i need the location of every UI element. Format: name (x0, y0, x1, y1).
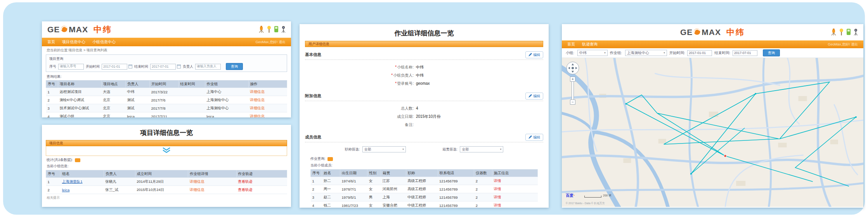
field-label-end: 结束时间 (134, 64, 148, 69)
welcome-text[interactable]: GeoMax,您好! 退出 (828, 42, 858, 47)
start-date-input[interactable] (102, 64, 127, 70)
team-detail-window: 作业组详细信息一览 用户详细信息 基本信息 编辑 *小组名称:中纬 *小组负责人… (300, 24, 549, 208)
basic-info-section: 基本信息 编辑 *小组名称:中纬 *小组负责人:中纬 *登录账号:geomax (300, 50, 549, 88)
logo-text-cn: 中纬 (726, 27, 745, 38)
leader-input[interactable] (195, 64, 221, 70)
map-toolbar: 小组: 中纬▾ 作业组: 上海测绘中心▾ 开始时间: 结束时间: 查询 (562, 48, 863, 58)
detail-link[interactable]: 详细信息 (188, 186, 236, 194)
col-header: 负责人 (125, 80, 149, 88)
workgroup-select[interactable]: 上海测绘中心▾ (625, 50, 667, 56)
query-button[interactable]: 查询 (763, 49, 780, 56)
cell: 张三_试 (104, 186, 135, 194)
detail-link[interactable]: 详细信息 (248, 96, 287, 104)
extra-info-section: 附加信息 编辑 总人数:4 成立日期:2015年10月份 备注: (300, 91, 549, 129)
member-search-button[interactable] (327, 157, 333, 161)
edit-button[interactable]: 编辑 (525, 134, 543, 141)
cell: 3 (46, 104, 58, 112)
zoom-slider[interactable] (572, 82, 574, 100)
cell: 121456789 (438, 185, 474, 193)
cell: 中级工程师 (406, 193, 438, 201)
cell: 测绘K中心调试 (58, 96, 102, 104)
member-detail-link[interactable]: 详情 (492, 177, 537, 185)
cell: 女 (367, 201, 381, 208)
table-row: 1 远程测试项目 大连 中纬 2017/3/22 上海中心 详细信息 (46, 88, 287, 96)
zoom-in-button[interactable]: + (570, 77, 575, 82)
project-detail-window: 项目详细信息一览 项目信息 统计(共2条数据): 当前小组信息: 序号 组名 负… (42, 125, 291, 207)
edit-button[interactable]: 编辑 (525, 51, 543, 58)
refresh-badge-button[interactable] (75, 158, 80, 162)
end-date-input[interactable] (150, 64, 176, 70)
cell: leica (205, 112, 248, 118)
cell: 赵二 (322, 193, 340, 201)
edit-pencil-icon (528, 135, 532, 140)
nav-item-teams[interactable]: 小组信息中心 (92, 39, 116, 45)
filter-label: 籍贯筛选: (442, 147, 457, 151)
map-canvas[interactable] (562, 58, 863, 207)
cell: 2 (474, 201, 492, 208)
member-detail-link[interactable]: 详情 (492, 185, 537, 193)
cell: 121456789 (438, 177, 474, 185)
section-header: 基本信息 编辑 (305, 50, 543, 60)
query-label: 作业查询: (310, 156, 326, 161)
title-filter-select[interactable]: 全部▾ (362, 146, 406, 152)
cell: 上海测绘中心 (205, 96, 248, 104)
cell: 2 (474, 185, 492, 193)
logo-target-icon (693, 28, 701, 37)
team-name-link[interactable]: 上海测量队1 (61, 178, 104, 186)
field-label-leader: 负责人 (183, 64, 193, 69)
cell: 张晓凡 (104, 178, 135, 186)
track-start-marker[interactable] (724, 155, 726, 157)
team-select[interactable]: 中纬▾ (577, 50, 608, 56)
toolbar-label: 小组: (566, 51, 574, 56)
team-name-link[interactable]: leica (61, 186, 104, 194)
member-detail-link[interactable]: 详情 (492, 193, 537, 201)
col-header: 操作 (248, 80, 287, 88)
map-pan-control[interactable] (566, 61, 580, 77)
track-link[interactable]: 查看轨迹 (236, 186, 287, 194)
detail-link[interactable]: 详细信息 (248, 104, 287, 112)
cell: 4 (46, 112, 58, 118)
edit-button[interactable]: 编辑 (525, 93, 543, 100)
member-detail-link[interactable]: 详情 (492, 201, 537, 208)
col-header: 作业轨迹 (236, 170, 287, 178)
edit-label: 编辑 (533, 94, 540, 99)
search-button[interactable]: 查询 (226, 63, 243, 70)
field-row: *小组负责人:中纬 (363, 71, 543, 79)
cell: 2015年10月24日 (135, 186, 188, 194)
welcome-text[interactable]: GeoMax,您好! 退出 (255, 40, 286, 45)
field-label: 登录账号: (397, 81, 414, 86)
baidu-logo: 百度· (566, 193, 575, 198)
detail-link[interactable]: 详细信息 (188, 178, 236, 186)
cell: 4 (311, 201, 322, 208)
detail-link[interactable]: 详细信息 (248, 88, 287, 96)
track-link[interactable]: 查看轨迹 (236, 178, 287, 186)
nav-item-home[interactable]: 首页 (567, 42, 575, 47)
calendar-icon[interactable] (128, 65, 132, 68)
nav-item-track[interactable]: 轨迹查询 (582, 42, 598, 47)
origin-filter-select[interactable]: 全部▾ (460, 146, 503, 152)
detail-link[interactable]: 详细信息 (248, 112, 287, 118)
main-navbar: 首页 项目信息中心 小组信息中心 GeoMax,您好! 退出 (42, 38, 291, 46)
table-header-row: 序号 组名 负责人 成立时间 作业组详情 作业轨迹 (46, 170, 287, 178)
nav-item-projects[interactable]: 项目信息中心 (62, 39, 85, 45)
table-row: 2 测绘K中心调试 北京 测试 2017/7/6 上海测绘中心 详细信息 (46, 96, 287, 104)
cell: 孙二 (322, 177, 340, 185)
cell: 1979/5/1 (340, 193, 367, 201)
cell: 中级工程师 (406, 201, 438, 208)
nav-item-home[interactable]: 首页 (47, 39, 55, 45)
track-map-window: GE MAX 中纬 首页 轨迹查询 GeoMax,您好! 退出 小组: 中纬▾ … (562, 24, 863, 208)
start-date-input[interactable] (687, 50, 712, 56)
calendar-icon[interactable] (177, 65, 181, 68)
chevron-down-icon: ▾ (664, 51, 665, 54)
zoom-out-button[interactable]: − (570, 100, 575, 105)
members-section: 成员信息 编辑 职称筛选: 全部▾ 籍贯筛选: 全部▾ 作业查询: (300, 133, 549, 208)
expand-chevron-icon[interactable] (161, 147, 172, 154)
cell: 2 (474, 177, 492, 185)
cell: 女 (367, 177, 381, 185)
field-list: 总人数:4 成立日期:2015年10月份 备注: (363, 104, 543, 129)
cell: 上海测绘中心 (205, 104, 248, 112)
table-row: 4 测试小组 北京 leica 2017/7/11 leica 详细信息 (46, 112, 287, 118)
col-header: 性别 (367, 170, 381, 177)
project-id-input[interactable] (58, 64, 84, 70)
end-date-input[interactable] (733, 50, 757, 56)
